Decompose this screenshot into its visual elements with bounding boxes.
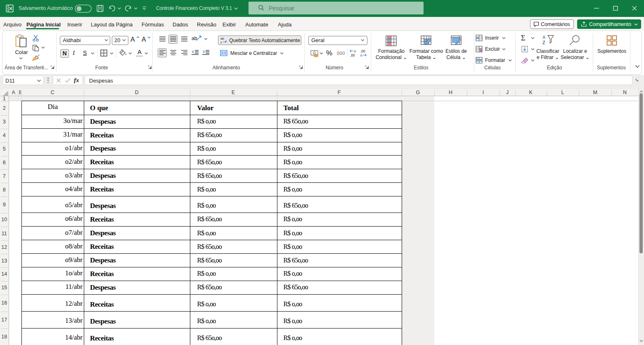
svg-text:ab: ab: [220, 37, 224, 40]
svg-text:A: A: [542, 35, 546, 40]
svg-text:Z: Z: [542, 40, 545, 45]
svg-text:c: c: [220, 40, 222, 44]
svg-text:0: 0: [360, 54, 362, 57]
svg-text:,00: ,00: [350, 53, 355, 57]
svg-text:,00: ,00: [360, 49, 365, 53]
